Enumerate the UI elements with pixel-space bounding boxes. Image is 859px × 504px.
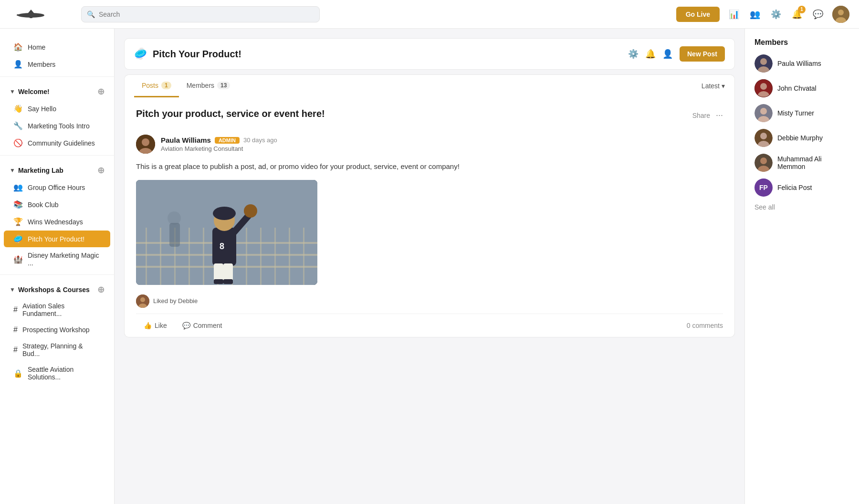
like-button[interactable]: 👍 Like	[136, 319, 175, 332]
sidebar-item-community-guidelines[interactable]: 🚫 Community Guidelines	[4, 135, 110, 151]
hash-icon-2: #	[13, 326, 18, 334]
home-icon: 🏠	[13, 42, 23, 52]
settings-icon[interactable]: ⚙️	[769, 8, 783, 21]
sidebar-item-home[interactable]: 🏠 Home	[4, 39, 110, 55]
sidebar-item-prospecting-workshop[interactable]: # Prospecting Workshop	[4, 322, 110, 338]
member-item-misty-turner[interactable]: Misty Turner	[754, 104, 849, 122]
member-item-felicia-post[interactable]: FP Felicia Post	[754, 178, 849, 197]
debbie-murphy-name: Debbie Murphy	[777, 134, 823, 142]
chat-icon[interactable]: 💬	[811, 8, 825, 21]
svg-point-29	[213, 207, 236, 220]
sidebar-divider-3	[0, 274, 114, 275]
logo[interactable]	[10, 6, 67, 23]
post-title: Pitch your product, service or event her…	[136, 108, 325, 119]
member-item-debbie-murphy[interactable]: Debbie Murphy	[754, 129, 849, 147]
sidebar-item-say-hello[interactable]: 👋 Say Hello	[4, 100, 110, 117]
marketing-lab-add-icon[interactable]: ⊕	[97, 165, 105, 176]
felicia-post-name: Felicia Post	[777, 184, 812, 191]
member-item-paula-williams[interactable]: Paula Williams	[754, 54, 849, 73]
sidebar-item-aviation-sales[interactable]: # Aviation Sales Fundament...	[4, 298, 110, 321]
workshops-chevron-icon: ▼	[10, 286, 15, 293]
post-meta: Paula Williams ADMIN 30 days ago Aviatio…	[136, 135, 723, 154]
sidebar-section-workshops[interactable]: ▼ Workshops & Courses ⊕	[0, 279, 114, 298]
golive-button[interactable]: Go Live	[676, 7, 720, 22]
debbie-murphy-avatar	[754, 129, 773, 147]
sidebar-item-book-club[interactable]: 📚 Book Club	[4, 196, 110, 213]
svg-point-56	[760, 158, 767, 164]
svg-point-50	[760, 108, 767, 115]
post-body: This is a great place to publish a post,…	[136, 161, 723, 172]
sidebar-section-welcome[interactable]: ▼ Welcome! ⊕	[0, 81, 114, 100]
svg-point-53	[760, 133, 767, 139]
channel-icon: 🥏	[134, 48, 147, 60]
channel-title: Pitch Your Product!	[153, 49, 622, 60]
svg-rect-16	[160, 228, 161, 285]
tab-posts[interactable]: Posts 1	[134, 75, 179, 97]
svg-point-37	[168, 211, 181, 225]
svg-text:8: 8	[220, 242, 224, 251]
member-item-muhammad-ali[interactable]: Muhammad Ali Memmon	[754, 154, 849, 172]
author-role: Aviation Marketing Consultant	[161, 145, 277, 152]
john-chvatal-name: John Chvatal	[777, 84, 817, 92]
comments-count: 0 comments	[687, 322, 723, 329]
svg-rect-35	[223, 279, 233, 284]
author-avatar	[136, 135, 155, 154]
welcome-add-icon[interactable]: ⊕	[97, 86, 105, 97]
svg-rect-34	[214, 279, 223, 284]
analytics-icon[interactable]: 📊	[727, 8, 741, 21]
sidebar-item-pitch-your-product[interactable]: 🥏 Pitch Your Product!	[4, 231, 110, 247]
post-more-icon[interactable]: ···	[716, 110, 723, 120]
office-hours-icon: 👥	[13, 183, 23, 192]
svg-point-9	[142, 138, 149, 146]
sidebar-item-marketing-tools[interactable]: 🔧 Marketing Tools Intro	[4, 117, 110, 134]
lock-icon: 🔒	[13, 369, 23, 378]
share-button[interactable]: Share	[692, 112, 710, 119]
sort-chevron-icon: ▾	[722, 82, 725, 90]
members-icon[interactable]: 👥	[748, 8, 762, 21]
sidebar-item-disney-marketing[interactable]: 🏰 Disney Marketing Magic ...	[4, 248, 110, 271]
sidebar-item-group-office-hours[interactable]: 👥 Group Office Hours	[4, 179, 110, 196]
new-post-button[interactable]: New Post	[680, 46, 725, 62]
comment-icon: 💬	[182, 322, 190, 329]
tab-members[interactable]: Members 13	[179, 75, 238, 97]
sort-dropdown[interactable]: Latest ▾	[702, 75, 725, 96]
topnav-right-actions: Go Live 📊 👥 ⚙️ 🔔 1 💬	[676, 6, 849, 23]
comment-button[interactable]: 💬 Comment	[175, 319, 230, 332]
channel-person-icon[interactable]: 👤	[662, 49, 673, 59]
john-chvatal-avatar	[754, 79, 773, 97]
misty-turner-name: Misty Turner	[777, 109, 814, 117]
svg-point-6	[838, 10, 844, 15]
svg-point-43	[760, 58, 767, 65]
workshops-add-icon[interactable]: ⊕	[97, 284, 105, 295]
pitch-icon: 🥏	[13, 234, 23, 243]
sidebar-section-marketing-lab[interactable]: ▼ Marketing Lab ⊕	[0, 159, 114, 178]
sidebar-item-seattle-aviation[interactable]: 🔒 Seattle Aviation Solutions...	[4, 362, 110, 385]
workshops-label: Workshops & Courses	[18, 286, 90, 294]
channel-bell-icon[interactable]: 🔔	[645, 49, 656, 59]
liked-avatar-image	[136, 294, 149, 308]
liked-avatar	[136, 294, 149, 308]
member-item-john-chvatal[interactable]: John Chvatal	[754, 79, 849, 97]
search-area: 🔍	[81, 6, 320, 22]
sidebar-item-members[interactable]: 👤 Members	[4, 56, 110, 73]
see-all-members[interactable]: See all	[754, 203, 849, 211]
disney-icon: 🏰	[13, 255, 23, 264]
notifications-icon[interactable]: 🔔 1	[790, 8, 804, 21]
svg-rect-22	[246, 228, 247, 285]
search-input[interactable]	[81, 6, 320, 22]
sidebar-divider-2	[0, 155, 114, 156]
user-avatar[interactable]	[832, 6, 849, 23]
admin-badge: ADMIN	[215, 137, 240, 144]
svg-rect-19	[203, 228, 204, 285]
guidelines-icon: 🚫	[13, 138, 23, 147]
sidebar-item-strategy-planning[interactable]: # Strategy, Planning & Bud...	[4, 338, 110, 361]
channel-settings-icon[interactable]: ⚙️	[628, 49, 639, 59]
svg-rect-4	[30, 15, 32, 18]
post-time: 30 days ago	[243, 136, 277, 144]
sidebar-item-wins-wednesdays[interactable]: 🏆 Wins Wednesdays	[4, 213, 110, 230]
paula-williams-avatar	[754, 54, 773, 73]
channel-header-actions: ⚙️ 🔔 👤 New Post	[628, 46, 725, 62]
svg-rect-26	[303, 228, 304, 285]
author-name: Paula Williams	[161, 136, 211, 144]
muhammad-ali-avatar	[754, 154, 773, 172]
